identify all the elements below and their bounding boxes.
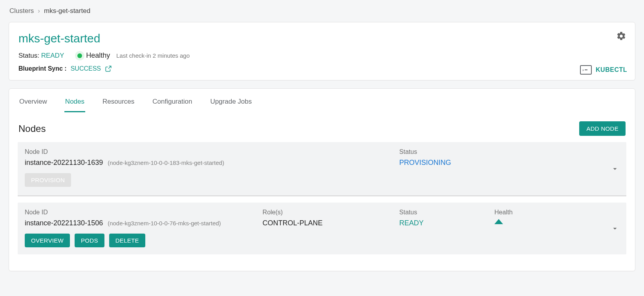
tabs-card: Overview Nodes Resources Configuration U…	[9, 88, 635, 271]
tabbar: Overview Nodes Resources Configuration U…	[9, 90, 635, 113]
gear-icon	[616, 31, 626, 41]
breadcrumb-separator: ›	[38, 7, 40, 15]
overview-button[interactable]: OVERVIEW	[25, 234, 70, 247]
expand-node-button[interactable]	[611, 164, 619, 173]
status-value: READY	[41, 52, 64, 59]
status-line: Status: READY Healthy Last check-in 2 mi…	[18, 51, 626, 60]
blueprint-status: SUCCESS	[71, 65, 101, 72]
node-id-value: instance-20221130-1639	[25, 159, 103, 167]
pods-button[interactable]: PODS	[75, 234, 104, 247]
health-text: Healthy	[86, 51, 110, 60]
expand-node-button[interactable]	[611, 224, 619, 233]
node-status-value: READY	[399, 219, 494, 227]
section-title-nodes: Nodes	[18, 123, 46, 134]
blueprint-sync-line: Blueprint Sync : SUCCESS	[18, 65, 626, 72]
chevron-down-icon	[611, 164, 619, 173]
node-status-value: PROVISIONING	[399, 159, 494, 167]
tab-overview[interactable]: Overview	[18, 90, 48, 112]
tab-configuration[interactable]: Configuration	[152, 90, 193, 112]
chevron-down-icon	[611, 224, 619, 233]
cluster-header-card: mks-get-started Status: READY Healthy La…	[9, 22, 635, 80]
node-id-value: instance-20221130-1506	[25, 219, 103, 227]
settings-button[interactable]	[616, 31, 626, 41]
divider	[18, 196, 626, 196]
node-roles-value: CONTROL-PLANE	[263, 219, 399, 227]
provision-button: PROVISION	[25, 173, 71, 187]
status-label: Status:	[18, 52, 39, 59]
external-link-icon[interactable]	[105, 65, 112, 72]
health-indicator-dot	[77, 53, 82, 58]
node-id-sub: (node-kg3znem-10-0-0-183-mks-get-started…	[108, 159, 224, 166]
health-up-icon	[494, 219, 503, 224]
delete-button[interactable]: DELETE	[109, 234, 145, 247]
breadcrumb-current: mks-get-started	[44, 7, 90, 15]
breadcrumb: Clusters › mks-get-started	[9, 7, 635, 15]
kubectl-button[interactable]: › KUBECTL	[580, 65, 627, 75]
terminal-icon: ›	[580, 65, 592, 75]
breadcrumb-root[interactable]: Clusters	[9, 7, 34, 15]
node-health-label: Health	[494, 209, 578, 216]
last-checkin: Last check-in 2 minutes ago	[116, 52, 190, 59]
node-row: Node ID instance-20221130-1639 (node-kg3…	[18, 142, 626, 196]
node-roles-label: Role(s)	[263, 209, 399, 216]
kubectl-label: KUBECTL	[596, 66, 627, 73]
node-row: Node ID instance-20221130-1506 (node-kg3…	[18, 203, 626, 254]
node-id-label: Node ID	[25, 148, 263, 155]
cluster-title: mks-get-started	[18, 32, 626, 45]
node-status-label: Status	[399, 209, 494, 216]
node-id-label: Node ID	[25, 209, 263, 216]
tab-nodes[interactable]: Nodes	[64, 90, 85, 112]
add-node-button[interactable]: ADD NODE	[579, 121, 626, 136]
blueprint-label: Blueprint Sync :	[18, 65, 67, 72]
tab-resources[interactable]: Resources	[102, 90, 135, 112]
node-id-sub: (node-kg3znem-10-0-0-76-mks-get-started)	[108, 220, 221, 227]
node-status-label: Status	[399, 148, 494, 155]
tab-upgrade-jobs[interactable]: Upgrade Jobs	[209, 90, 252, 112]
